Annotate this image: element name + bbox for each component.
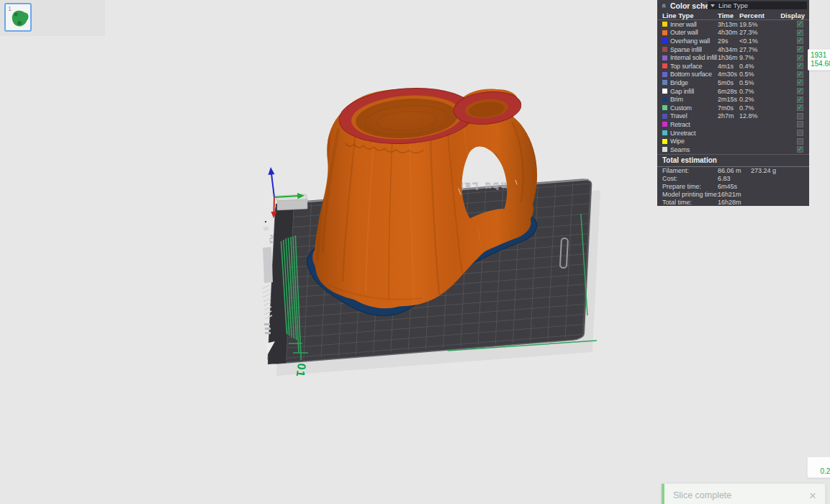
line-type-label: Unretract [670,130,718,137]
display-checkbox[interactable]: ✓ [797,146,803,153]
total-label: Prepare time: [662,183,718,190]
percent-value: 0.2% [739,96,771,103]
display-checkbox[interactable]: ✓ [797,63,803,69]
time-value: 4h34m [718,46,739,53]
display-checkbox[interactable] [797,138,803,145]
time-value: 6m28s [718,88,739,95]
table-row: Seams✓ [657,145,809,154]
line-type-label: Outer wall [670,29,718,36]
layer-slider-tooltip[interactable]: 1931 154.60 [808,49,830,71]
plate-thumbnail-model-icon [6,6,30,30]
check-icon: ✓ [798,96,803,103]
total-value-2: 273.24 g [751,167,776,174]
dropdown-value: Line Type [718,1,748,9]
color-swatch [662,55,667,60]
table-header: Line Type Time Percent Display [657,11,809,20]
display-checkbox[interactable]: ✓ [797,104,803,111]
percent-value: 27.3% [739,29,771,36]
notification-toast: Slice complete × [662,483,826,504]
color-swatch [662,147,667,152]
plate-number-label[interactable]: 01 [294,363,308,379]
display-checkbox[interactable]: ✓ [797,30,803,36]
total-row: Total time:16h28m [657,198,809,206]
line-type-label: Retract [670,121,718,128]
table-row: Bottom surface4m30s0.5%✓ [657,71,809,79]
total-label: Cost: [662,175,718,182]
table-row: Bridge5m0s0.5%✓ [657,78,809,87]
display-checkbox[interactable]: ✓ [797,37,803,44]
step-layer-height: 0.20 [810,467,830,476]
display-checkbox[interactable]: ✓ [797,79,803,86]
color-swatch [662,63,667,68]
check-icon: ✓ [798,30,803,36]
color-swatch [662,139,667,144]
display-checkbox[interactable]: ✓ [797,71,803,78]
slicer-preview-window: PLA Bambu Lab [0,0,830,504]
display-checkbox[interactable] [797,113,803,120]
percent-value: 12.8% [739,112,771,120]
display-checkbox[interactable]: ✓ [797,96,803,103]
close-icon[interactable]: × [809,490,816,502]
plate-thumbnail[interactable]: 1 [4,3,32,32]
percent-value: 19.5% [739,21,771,28]
layer-number: 1931 [811,51,830,60]
check-icon: ✓ [798,63,803,69]
color-scheme-dropdown[interactable]: Line Type [708,1,807,9]
time-value: 7m0s [718,104,739,112]
time-value: 3h13m [718,21,739,28]
color-swatch [662,30,667,35]
collapse-panel-icon[interactable]: « [660,2,669,9]
display-checkbox[interactable] [797,130,803,136]
table-row: Inner wall3h13m19.5%✓ [657,20,809,29]
check-icon: ✓ [798,104,803,111]
plate-material-label: PLA [269,235,274,244]
total-estimation-title: Total estimation [657,155,809,167]
check-icon: ✓ [798,46,803,53]
table-row: Retract [657,120,809,129]
total-estimation-table: Filament:86.06 m273.24 g Cost:6.83 Prepa… [657,167,809,206]
color-swatch [662,122,667,127]
line-type-label: Custom [670,104,718,112]
total-value: 6.83 [718,175,751,182]
line-type-label: Sparse infill [670,46,718,53]
line-type-label: Bottom surface [670,71,718,78]
time-value: 4h30m [718,29,739,36]
color-swatch [662,97,667,102]
line-type-label: Wipe [670,138,718,145]
column-time: Time [718,12,739,19]
line-type-label: Overhang wall [670,37,718,45]
step-slider-tooltip[interactable]: 1 0.20 [807,456,830,478]
display-checkbox[interactable]: ✓ [797,55,803,61]
table-row: Brim2m15s0.2%✓ [657,95,809,104]
table-row: Wipe [657,137,809,145]
total-row: Filament:86.06 m273.24 g [657,167,809,175]
color-swatch [662,72,667,77]
display-checkbox[interactable]: ✓ [797,21,803,27]
time-value: 4m30s [718,71,739,78]
display-checkbox[interactable]: ✓ [797,88,803,94]
color-swatch [662,80,667,85]
check-icon: ✓ [798,88,803,94]
panel-header: « Color scheme Line Type [657,0,809,11]
color-scheme-panel: « Color scheme Line Type Line Type Time … [657,0,809,206]
line-type-table: Inner wall3h13m19.5%✓ Outer wall4h30m27.… [657,20,809,155]
total-label: Filament: [662,167,718,174]
notification-message: Slice complete [673,490,731,500]
color-swatch [662,105,667,110]
line-type-label: Seams [670,146,718,153]
color-swatch [662,47,667,52]
color-swatch [662,130,667,135]
plate-thumbnail-strip: 1 [0,0,105,36]
check-icon: ✓ [798,55,803,61]
line-type-label: Gap infill [670,88,718,95]
check-icon: ✓ [798,79,803,86]
percent-value: 0.5% [739,71,771,78]
color-swatch [662,89,667,94]
display-checkbox[interactable]: ✓ [797,46,803,53]
display-checkbox[interactable] [797,121,803,127]
table-row: Gap infill6m28s0.7%✓ [657,87,809,96]
time-value: 1h36m [718,54,739,61]
total-row: Prepare time:6m45s [657,182,809,190]
time-value: 2m15s [718,96,739,103]
table-row: Travel2h7m12.8% [657,112,809,121]
